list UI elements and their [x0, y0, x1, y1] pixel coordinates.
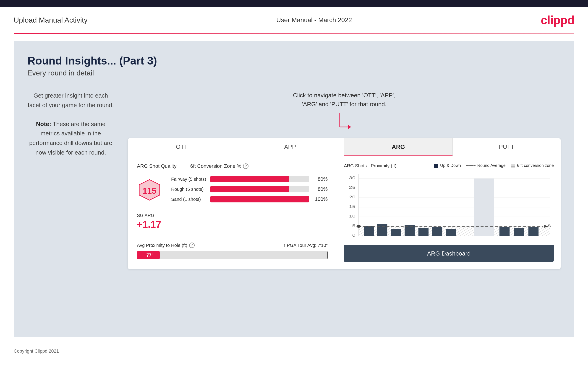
proximity-header: Avg Proximity to Hole (ft) ? ↑ PGA Tour … [137, 242, 328, 248]
svg-rect-32 [500, 227, 510, 236]
proximity-cursor [327, 251, 328, 259]
bar-pct: 80% [312, 176, 328, 182]
clippd-logo: clippd [541, 13, 574, 27]
bar-row: Fairway (5 shots) 80% [171, 176, 328, 182]
legend-conversion-zone: 6 ft conversion zone [511, 163, 554, 168]
bar-fill [210, 196, 309, 202]
svg-text:25: 25 [349, 185, 355, 189]
legend-label-updown: Up & Down [440, 163, 461, 168]
header: Upload Manual Activity User Manual - Mar… [0, 7, 588, 33]
svg-rect-26 [391, 229, 401, 236]
shot-quality-bars: Fairway (5 shots) 80% Rough (5 shots) 80… [171, 176, 328, 206]
svg-rect-27 [405, 225, 415, 236]
section-title: Round Insights... (Part 3) [27, 54, 561, 67]
svg-text:15: 15 [349, 205, 355, 209]
svg-rect-4 [511, 164, 515, 168]
bar-pct: 80% [312, 186, 328, 192]
svg-text:5: 5 [352, 224, 355, 228]
bar-row: Sand (1 shots) 100% [171, 196, 328, 202]
bar-track [210, 186, 309, 192]
bar-fill [210, 176, 289, 182]
arg-dashboard-button[interactable]: ARG Dashboard [344, 245, 554, 262]
top-bar [0, 0, 588, 7]
chart-title: ARG Shots - Proximity (ft) [344, 163, 396, 168]
svg-rect-33 [514, 228, 524, 236]
svg-rect-29 [432, 227, 442, 236]
left-stats: ARG Shot Quality 6ft Conversion Zone % ? [128, 156, 337, 269]
conversion-zone-header: 6ft Conversion Zone % ? [190, 163, 249, 169]
proximity-help-icon[interactable]: ? [189, 242, 195, 248]
svg-text:30: 30 [349, 176, 355, 180]
svg-rect-28 [418, 228, 429, 236]
svg-rect-34 [528, 227, 538, 236]
chart-legend: Up & Down Round Average [434, 163, 554, 168]
content-area: Get greater insight into each facet of y… [27, 91, 561, 269]
proximity-chart: 0 5 10 15 20 25 30 [344, 172, 554, 245]
section-subtitle: Every round in detail [27, 69, 561, 77]
sg-label: SG ARG [137, 213, 328, 218]
legend-dashed-line [466, 165, 476, 166]
shot-quality-header: ARG Shot Quality [137, 163, 177, 169]
proximity-label: Avg Proximity to Hole (ft) ? [137, 242, 195, 248]
svg-rect-31 [474, 178, 494, 236]
navigation-arrow [335, 111, 354, 134]
legend-square-updown [434, 164, 438, 168]
tab-putt[interactable]: PUTT [453, 138, 561, 156]
bar-pct: 100% [312, 196, 328, 202]
legend-hatched-icon [511, 164, 515, 168]
proximity-section: Avg Proximity to Hole (ft) ? ↑ PGA Tour … [137, 237, 328, 259]
header-center: User Manual - March 2022 [276, 17, 352, 24]
bar-label: Sand (1 shots) [171, 197, 208, 202]
svg-marker-2 [348, 125, 351, 129]
main-content: Round Insights... (Part 3) Every round i… [14, 41, 574, 337]
tab-ott[interactable]: OTT [128, 138, 236, 156]
stats-header: ARG Shot Quality 6ft Conversion Zone % ? [137, 163, 328, 169]
description-text: Get greater insight into each facet of y… [27, 91, 114, 157]
svg-text:0: 0 [352, 234, 355, 237]
sg-section: SG ARG +1.17 [137, 213, 328, 230]
bar-track [210, 176, 309, 182]
hexagon-value: 115 [143, 186, 156, 196]
tab-app[interactable]: APP [236, 138, 345, 156]
sg-value: +1.17 [137, 219, 328, 230]
bar-label: Rough (5 shots) [171, 187, 208, 192]
right-panel: Click to navigate between 'OTT', 'APP','… [128, 91, 561, 269]
chart-header: ARG Shots - Proximity (ft) Up & Down Rou… [344, 163, 554, 168]
tabs-container: OTT APP ARG PUTT [128, 138, 561, 156]
header-divider [14, 33, 574, 34]
legend-up-down: Up & Down [434, 163, 461, 168]
pga-avg: ↑ PGA Tour Avg: 7'10" [283, 243, 328, 248]
svg-point-36 [357, 225, 361, 228]
round-insights-card: OTT APP ARG PUTT [128, 138, 561, 269]
note-label: Note: [36, 121, 51, 127]
proximity-bar-fill: 77' [137, 251, 160, 259]
card-body: ARG Shot Quality 6ft Conversion Zone % ? [128, 156, 561, 269]
help-icon[interactable]: ? [243, 163, 249, 169]
proximity-value: 77' [144, 253, 153, 258]
bar-track [210, 196, 309, 202]
bar-row: Rough (5 shots) 80% [171, 186, 328, 192]
hexagon-container: 115 Fairway (5 shots) 80% Rough (5 shots… [137, 176, 328, 206]
hint-text: Click to navigate between 'OTT', 'APP','… [128, 91, 561, 109]
conversion-zone-label: 6ft Conversion Zone % [190, 163, 242, 169]
svg-rect-25 [377, 224, 387, 236]
tab-arg[interactable]: ARG [344, 138, 453, 156]
svg-rect-24 [364, 226, 374, 236]
chart-area: 0 5 10 15 20 25 30 [344, 172, 554, 245]
proximity-bar-track: 77' [137, 251, 328, 259]
hint-box: Click to navigate between 'OTT', 'APP','… [128, 91, 561, 109]
footer: Copyright Clippd 2021 [0, 344, 588, 358]
bar-fill [210, 186, 289, 192]
svg-text:20: 20 [349, 195, 355, 199]
svg-text:8: 8 [548, 224, 551, 228]
header-left: Upload Manual Activity [14, 16, 88, 24]
arrow-container [128, 111, 561, 134]
legend-round-avg: Round Average [466, 163, 506, 168]
svg-text:10: 10 [349, 214, 355, 218]
legend-label-conversion: 6 ft conversion zone [517, 163, 554, 168]
shot-quality-label: ARG Shot Quality [137, 163, 177, 169]
hexagon-score: 115 [137, 178, 162, 204]
copyright: Copyright Clippd 2021 [14, 349, 59, 354]
manual-title: User Manual - March 2022 [276, 17, 352, 24]
svg-rect-30 [446, 229, 456, 236]
